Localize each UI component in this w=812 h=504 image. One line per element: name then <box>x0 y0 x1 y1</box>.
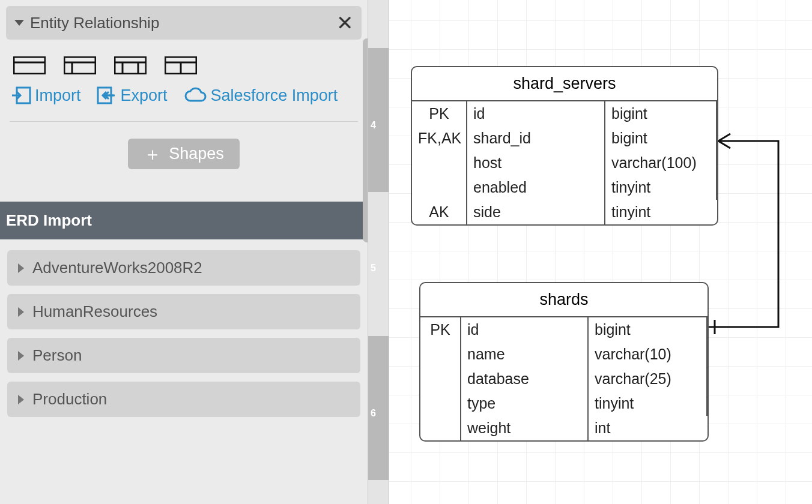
sidebar: Entity Relationship ✕ Import Export Sale… <box>0 0 368 504</box>
col-cell: type <box>461 391 589 416</box>
col-cell: name <box>461 342 589 367</box>
entity-name: shard_servers <box>412 67 717 101</box>
tree-item[interactable]: HumanResources <box>7 294 360 329</box>
type-cell: bigint <box>589 317 707 342</box>
cloud-icon <box>183 86 207 104</box>
key-cell: FK,AK <box>412 126 467 151</box>
key-cell <box>420 391 461 416</box>
erd-tree: AdventureWorks2008R2 HumanResources Pers… <box>0 239 368 417</box>
key-cell: PK <box>420 317 461 342</box>
chevron-right-icon <box>18 395 24 404</box>
plus-icon: ＋ <box>144 145 162 163</box>
col-cell: id <box>461 317 589 342</box>
key-cell <box>420 416 461 440</box>
import-icon <box>11 85 31 106</box>
tree-label: Production <box>32 390 107 409</box>
col-cell: shard_id <box>467 126 605 151</box>
chevron-right-icon <box>18 307 24 317</box>
divider <box>10 121 358 122</box>
chevron-right-icon <box>18 351 24 361</box>
tree-label: Person <box>32 346 82 365</box>
shape-palette <box>0 40 368 80</box>
type-cell: tinyint <box>605 175 717 200</box>
svg-rect-0 <box>14 57 45 74</box>
erd-import-title: ERD Import <box>0 202 368 239</box>
type-cell: tinyint <box>605 200 717 224</box>
export-icon <box>97 85 117 106</box>
relationship-connector <box>706 132 790 336</box>
chevron-down-icon <box>14 20 24 26</box>
entity-shape-1[interactable] <box>13 56 46 74</box>
shapes-button-label: Shapes <box>169 145 224 163</box>
type-cell: tinyint <box>589 391 707 416</box>
entity-shard-servers[interactable]: shard_servers PKidbigint FK,AKshard_idbi… <box>411 66 718 226</box>
tree-item[interactable]: Person <box>7 338 360 373</box>
key-cell: AK <box>412 200 467 224</box>
entity-shape-4[interactable] <box>165 56 197 74</box>
import-button[interactable]: Import <box>11 85 81 106</box>
type-cell: varchar(10) <box>589 342 707 367</box>
export-label: Export <box>121 86 168 105</box>
ruler-tick: 5 <box>371 263 376 274</box>
chevron-right-icon <box>18 263 24 273</box>
key-cell: PK <box>412 101 467 126</box>
tree-item[interactable]: Production <box>7 382 360 417</box>
svg-rect-5 <box>115 57 146 74</box>
type-cell: bigint <box>605 101 717 126</box>
salesforce-import-button[interactable]: Salesforce Import <box>183 86 338 105</box>
entity-shape-3[interactable] <box>114 56 147 74</box>
col-cell: database <box>461 367 589 391</box>
export-button[interactable]: Export <box>97 85 168 106</box>
vertical-ruler: 4 5 6 <box>368 0 389 504</box>
type-cell: bigint <box>605 126 717 151</box>
tree-label: AdventureWorks2008R2 <box>32 259 202 277</box>
col-cell: enabled <box>467 175 605 200</box>
tree-label: HumanResources <box>32 302 157 321</box>
ruler-tick: 6 <box>371 408 376 419</box>
panel-header[interactable]: Entity Relationship ✕ <box>6 6 362 40</box>
close-icon[interactable]: ✕ <box>336 13 353 33</box>
col-cell: id <box>467 101 605 126</box>
key-cell <box>420 342 461 367</box>
type-cell: varchar(25) <box>589 367 707 391</box>
import-label: Import <box>35 86 81 105</box>
type-cell: int <box>589 416 707 440</box>
key-cell <box>420 367 461 391</box>
add-shapes-button[interactable]: ＋ Shapes <box>128 139 240 169</box>
key-cell <box>412 175 467 200</box>
entity-name: shards <box>420 283 707 317</box>
panel-title: Entity Relationship <box>30 14 336 32</box>
key-cell <box>412 151 467 175</box>
ruler-tick: 4 <box>371 120 376 131</box>
entity-shards[interactable]: shards PKidbigint namevarchar(10) databa… <box>419 282 709 442</box>
canvas[interactable]: shard_servers PKidbigint FK,AKshard_idbi… <box>389 0 812 504</box>
type-cell: varchar(100) <box>605 151 717 175</box>
salesforce-label: Salesforce Import <box>211 86 338 105</box>
col-cell: weight <box>461 416 589 440</box>
entity-shape-2[interactable] <box>64 56 96 74</box>
tree-item[interactable]: AdventureWorks2008R2 <box>7 250 360 286</box>
col-cell: host <box>467 151 605 175</box>
col-cell: side <box>467 200 605 224</box>
svg-rect-2 <box>64 57 95 74</box>
